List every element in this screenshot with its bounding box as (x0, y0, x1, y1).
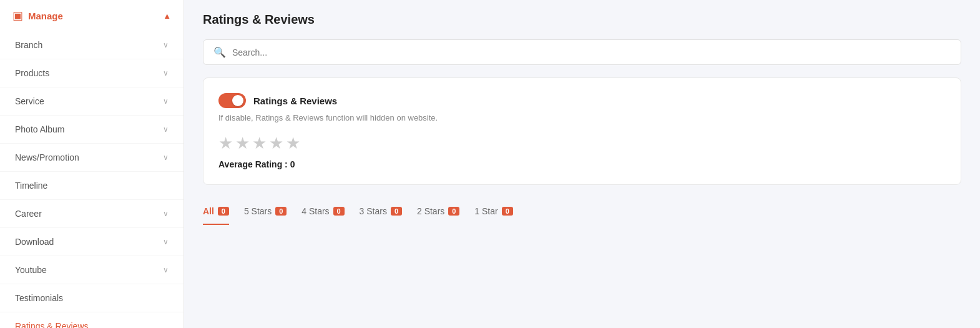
sidebar-chevron-service: ∨ (163, 97, 169, 106)
toggle-description: If disable, Ratings & Reviews function w… (218, 113, 946, 122)
sidebar-item-label-products: Products (15, 68, 49, 78)
search-input[interactable] (232, 47, 951, 57)
manage-icon: ▣ (12, 9, 23, 22)
average-rating: Average Rating : 0 (218, 159, 946, 169)
toggle-thumb (232, 95, 243, 106)
tab-badge-5stars: 0 (275, 207, 287, 216)
star-1: ★ (218, 134, 233, 153)
tab-label-all: All (203, 206, 214, 216)
sidebar-item-label-photo-album: Photo Album (15, 124, 64, 134)
search-bar: 🔍 (203, 39, 961, 65)
tab-all[interactable]: All0 (203, 200, 229, 224)
tab-badge-4stars: 0 (333, 207, 345, 216)
sidebar-item-label-youtube: Youtube (15, 265, 47, 275)
sidebar-chevron-branch: ∨ (163, 41, 169, 49)
star-4: ★ (269, 134, 283, 153)
tab-badge-2stars: 0 (448, 207, 459, 216)
sidebar-manage-header[interactable]: ▣ Manage ▲ (0, 0, 184, 31)
toggle-row: Ratings & Reviews (218, 93, 946, 108)
tab-1star[interactable]: 1 Star0 (474, 200, 512, 224)
manage-chevron-icon: ▲ (163, 11, 171, 21)
sidebar-item-products[interactable]: Products∨ (0, 59, 184, 87)
tab-label-3stars: 3 Stars (360, 206, 387, 216)
star-5: ★ (286, 134, 300, 153)
sidebar-item-ratings-reviews[interactable]: Ratings & Reviews (0, 312, 184, 328)
sidebar-item-career[interactable]: Career∨ (0, 200, 184, 228)
sidebar-item-service[interactable]: Service∨ (0, 87, 184, 116)
sidebar-item-label-download: Download (15, 237, 54, 247)
tab-badge-3stars: 0 (391, 207, 402, 216)
tab-label-2stars: 2 Stars (417, 206, 444, 216)
ratings-toggle[interactable] (218, 93, 246, 108)
sidebar-chevron-products: ∨ (163, 69, 169, 77)
sidebar-item-label-service: Service (15, 96, 44, 106)
sidebar-item-label-ratings-reviews: Ratings & Reviews (15, 321, 89, 328)
main-content: Ratings & Reviews 🔍 Ratings & Reviews If… (184, 0, 980, 328)
sidebar-item-download[interactable]: Download∨ (0, 228, 184, 256)
sidebar-item-label-branch: Branch (15, 40, 42, 50)
page-title: Ratings & Reviews (203, 12, 961, 27)
sidebar-item-youtube[interactable]: Youtube∨ (0, 256, 184, 284)
manage-label: Manage (28, 11, 63, 21)
sidebar-chevron-youtube: ∨ (163, 266, 169, 274)
tab-5stars[interactable]: 5 Stars0 (244, 200, 287, 224)
sidebar-item-label-timeline: Timeline (15, 181, 47, 191)
tab-label-4stars: 4 Stars (301, 206, 329, 216)
sidebar-chevron-news-promotion: ∨ (163, 153, 169, 162)
sidebar-item-photo-album[interactable]: Photo Album∨ (0, 116, 184, 144)
star-2: ★ (235, 134, 250, 153)
sidebar-chevron-download: ∨ (163, 237, 169, 246)
sidebar-item-label-career: Career (15, 209, 42, 219)
sidebar-item-label-news-promotion: News/Promotion (15, 152, 79, 162)
tab-badge-all: 0 (218, 207, 229, 216)
sidebar-item-label-testimonials: Testimonials (15, 293, 63, 303)
tab-4stars[interactable]: 4 Stars0 (301, 200, 344, 224)
search-icon: 🔍 (213, 46, 226, 58)
tab-label-5stars: 5 Stars (244, 206, 272, 216)
sidebar-item-branch[interactable]: Branch∨ (0, 31, 184, 59)
sidebar: ▣ Manage ▲ Branch∨Products∨Service∨Photo… (0, 0, 184, 328)
tab-label-1star: 1 Star (474, 206, 497, 216)
sidebar-item-timeline[interactable]: Timeline (0, 172, 184, 200)
sidebar-items: Branch∨Products∨Service∨Photo Album∨News… (0, 31, 184, 328)
tab-3stars[interactable]: 3 Stars0 (360, 200, 402, 224)
toggle-label: Ratings & Reviews (253, 96, 337, 106)
sidebar-item-news-promotion[interactable]: News/Promotion∨ (0, 144, 184, 172)
stars-row: ★ ★ ★ ★ ★ (218, 134, 946, 153)
tab-badge-1star: 0 (502, 207, 513, 216)
sidebar-chevron-photo-album: ∨ (163, 125, 169, 134)
star-3: ★ (252, 134, 267, 153)
tabs-row: All05 Stars04 Stars03 Stars02 Stars01 St… (203, 200, 961, 225)
sidebar-item-testimonials[interactable]: Testimonials (0, 284, 184, 312)
sidebar-chevron-career: ∨ (163, 209, 169, 218)
tab-2stars[interactable]: 2 Stars0 (417, 200, 459, 224)
ratings-card: Ratings & Reviews If disable, Ratings & … (203, 77, 961, 185)
